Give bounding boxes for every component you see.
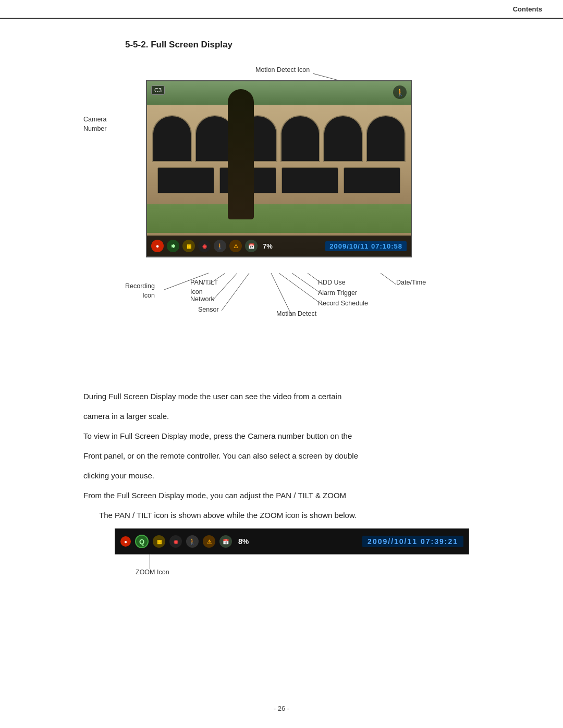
camera-number-label: Camera Number xyxy=(83,115,106,133)
second-network-icon: ▦ xyxy=(153,535,165,548)
header-title: Contents xyxy=(513,5,542,13)
date-time-label: Date/Time xyxy=(396,278,426,288)
section-title: 5-5-2. Full Screen Display xyxy=(125,40,521,50)
motion-detect-label: Motion Detect xyxy=(276,310,316,319)
second-hud-container: ● Q ▦ ◉ 🚶 ⚠ 📅 8% 2009//10/11 07:39:21 ZO… xyxy=(115,528,469,554)
second-sensor-icon: ◉ xyxy=(169,535,182,548)
zoom-line xyxy=(150,554,150,569)
network-label: Network xyxy=(190,295,214,304)
zoom-hud-icon: Q xyxy=(135,535,149,548)
body-para3: From the Full Screen Display mode, you c… xyxy=(83,488,511,503)
recording-icon-label: Recording Icon xyxy=(125,282,155,300)
alarm-hud-icon: ⚠ xyxy=(229,240,242,252)
diagram-container: Motion Detect Icon xyxy=(83,66,490,357)
sensor-label: Sensor xyxy=(198,305,219,315)
schedule-hud-icon: 📅 xyxy=(245,240,258,252)
second-motion-icon: 🚶 xyxy=(186,535,199,548)
main-content: 5-5-2. Full Screen Display xyxy=(0,19,563,617)
hdd-use-label: HDD Use xyxy=(318,278,346,288)
body-text: During Full Screen Display mode the user… xyxy=(83,389,511,523)
body-para1b: camera in a larger scale. xyxy=(83,409,511,424)
second-schedule-icon: 📅 xyxy=(219,535,232,548)
motion-detect-icon-label: Motion Detect Icon xyxy=(255,66,310,75)
svg-line-8 xyxy=(279,273,323,305)
motion-icon-overlay: 🚶 xyxy=(393,85,407,99)
header-bar: Contents xyxy=(0,0,563,19)
second-hdd-percent: 8% xyxy=(238,537,249,546)
ptz-hud-icon: ✱ xyxy=(167,240,179,252)
second-hud-datetime: 2009//10/11 07:39:21 xyxy=(362,536,463,547)
pan-tilt-label: PAN/TILT Icon xyxy=(190,278,218,297)
alarm-trigger-label: Alarm Trigger xyxy=(318,289,357,298)
body-para2c: clicking your mouse. xyxy=(83,468,511,484)
record-hud-icon: ● xyxy=(151,240,164,252)
camera-screen: C3 🚶 ● ✱ ▦ ◉ 🚶 ⚠ xyxy=(146,80,412,257)
svg-line-5 xyxy=(222,273,249,311)
page-number: - 26 - xyxy=(0,705,563,712)
record-schedule-label: Record Schedule xyxy=(318,299,368,309)
body-para2: To view in Full Screen Display mode, pre… xyxy=(83,428,511,444)
body-para1: During Full Screen Display mode the user… xyxy=(83,389,511,404)
second-record-icon: ● xyxy=(120,536,131,547)
second-alarm-icon: ⚠ xyxy=(203,535,215,548)
svg-line-10 xyxy=(381,273,396,285)
sensor-hud-icon: ◉ xyxy=(198,240,211,252)
body-para2b: Front panel, or on the remote controller… xyxy=(83,448,511,464)
motion-hud-icon: 🚶 xyxy=(214,240,226,252)
network-hud-icon: ▦ xyxy=(182,240,195,252)
hdd-percent: 7% xyxy=(263,242,273,250)
camera-badge: C3 xyxy=(151,85,165,95)
zoom-label: ZOOM Icon xyxy=(136,567,169,576)
hud-datetime: 2009/10/11 07:10:58 xyxy=(325,241,407,251)
body-para4: The PAN / TILT icon is shown above while… xyxy=(99,508,511,523)
second-hud-bar: ● Q ▦ ◉ 🚶 ⚠ 📅 8% 2009//10/11 07:39:21 xyxy=(115,528,469,554)
hud-bar: ● ✱ ▦ ◉ 🚶 ⚠ 📅 7% 2009/10/11 0 xyxy=(147,236,411,256)
